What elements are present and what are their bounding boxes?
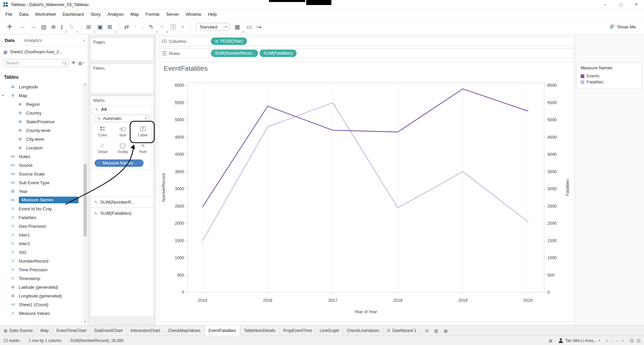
columns-shelf[interactable]: Columns ⊞ YEAR(Year) xyxy=(159,36,574,46)
menu-worksheet[interactable]: Worksheet xyxy=(32,9,59,19)
sheet-tab-map[interactable]: Map xyxy=(37,326,53,336)
measure-names-pill[interactable]: ∷ Measure Names xyxy=(95,159,144,167)
new-worksheet-icon[interactable]: ⊞ xyxy=(84,22,93,32)
new-dashboard-icon[interactable]: ▦ xyxy=(434,328,438,333)
mark-type-dropdown[interactable]: ∿ Automatic ▾ xyxy=(95,115,149,122)
field-sheet1-count[interactable]: =#Sheet1 (Count) xyxy=(0,300,83,309)
field-event-id-no-cnty[interactable]: #Event Id No Cnty xyxy=(0,204,83,213)
pill-sum-fatalities[interactable]: SUM(Fatalities) xyxy=(260,50,297,57)
field-sub-event-type[interactable]: AbcSub Event Type xyxy=(0,178,83,187)
presentation-mode-icon[interactable]: ▭ xyxy=(244,22,254,32)
field-geo-precision[interactable]: #Geo Precision xyxy=(0,222,83,230)
filters-shelf[interactable]: Filters xyxy=(90,64,154,94)
new-worksheet-icon[interactable]: ⊞ xyxy=(425,328,429,333)
label-button[interactable]: T Label xyxy=(133,124,153,140)
field-timestamp[interactable]: #Timestamp xyxy=(0,274,83,283)
sort-descending-icon[interactable]: ↓ xyxy=(139,22,147,31)
field-iso[interactable]: #ISO xyxy=(0,248,83,257)
highlight-icon[interactable]: ✎ xyxy=(147,22,156,32)
field-measure-names[interactable]: AbcMeasure Names xyxy=(0,196,83,204)
scroll-down-icon[interactable]: ▾ xyxy=(83,320,88,323)
menu-story[interactable]: Story xyxy=(87,9,104,19)
menu-help[interactable]: Help xyxy=(205,9,220,19)
show-mark-labels-icon[interactable]: T xyxy=(168,23,178,31)
pause-auto-updates-icon[interactable]: ∥ xyxy=(58,23,65,31)
field-source-scale[interactable]: AbcSource Scale xyxy=(0,169,83,178)
pill-sum-numberrecord[interactable]: SUM(NumberRecor.. xyxy=(211,50,258,57)
sheet-tab-linegraph[interactable]: LineGraph xyxy=(316,326,343,336)
sheet-tab-eventtimechart[interactable]: EventTimeChart xyxy=(53,326,91,336)
menu-window[interactable]: Window xyxy=(182,9,204,19)
show-filmstrip-icon[interactable]: ▥ xyxy=(637,338,641,343)
redo-icon[interactable]: → xyxy=(28,22,39,31)
field-numberrecord[interactable]: #NumberRecord xyxy=(0,257,83,265)
field-year[interactable]: ⊞Year xyxy=(0,187,83,196)
tooltip-button[interactable]: Tooltip xyxy=(113,141,132,157)
menu-file[interactable]: File xyxy=(2,9,16,19)
marks-subcard-fatalities[interactable]: ∿ SUM(Fatalities) xyxy=(91,208,153,218)
pill-year-year[interactable]: ⊞ YEAR(Year) xyxy=(211,38,247,45)
sheet-tab-eventfatalities[interactable]: EventFatalities xyxy=(205,326,240,336)
undo-icon[interactable]: ← xyxy=(18,22,28,31)
first-sheet-icon[interactable]: « xyxy=(606,338,608,343)
sheet-tab-subeventchart[interactable]: SubEventChart xyxy=(91,326,127,336)
path-button[interactable]: ∿ Path xyxy=(133,141,153,157)
sheet-tab-checklinevalues[interactable]: CheckLineValues xyxy=(343,326,383,336)
search-box[interactable] xyxy=(3,59,69,67)
menu-dashboard[interactable]: Dashboard xyxy=(59,9,87,19)
share-workbook-icon[interactable]: ↝ xyxy=(254,22,263,32)
field-city-level[interactable]: ⊕City-level xyxy=(0,135,83,143)
filter-fields-icon[interactable] xyxy=(71,62,75,64)
menu-map[interactable]: Map xyxy=(127,9,142,19)
field-inter1[interactable]: #Inter1 xyxy=(0,230,83,239)
scrollbar-thumb[interactable] xyxy=(84,164,87,236)
detail-button[interactable]: ∷ Detail xyxy=(93,141,112,157)
new-datasource-icon[interactable]: ⊕ xyxy=(49,22,58,32)
maximize-button[interactable]: ▢ xyxy=(613,0,629,9)
show-hide-cards-icon[interactable]: ▦ xyxy=(232,22,242,32)
field-longitude[interactable]: ⊕Longitude xyxy=(0,82,83,91)
color-button[interactable]: Color xyxy=(93,124,112,140)
save-icon[interactable]: ▤ xyxy=(39,22,49,32)
color-legend-card[interactable]: Measure Names EventsFatalities xyxy=(576,62,642,89)
menu-server[interactable]: Server xyxy=(163,9,182,19)
menu-analysis[interactable]: Analysis xyxy=(104,9,127,19)
datasource-item[interactable]: ▦ Sheet1 (Southeast-Asia_2... xyxy=(0,47,88,57)
pages-shelf[interactable]: Pages xyxy=(90,38,154,61)
line-chart[interactable]: 0050050010001000150015002000200025002500… xyxy=(159,62,574,322)
field-list-scrollbar[interactable]: ▴ ▾ xyxy=(83,82,88,323)
close-button[interactable]: ✕ xyxy=(629,0,644,9)
field-location[interactable]: ⊕Location xyxy=(0,143,83,152)
collapse-pane-icon[interactable]: » xyxy=(83,38,88,43)
tab-data[interactable]: Data xyxy=(0,35,19,46)
field-country[interactable]: ⊕Country xyxy=(0,109,83,117)
sheet-tab-interactionchart[interactable]: InteractionChart xyxy=(127,326,164,336)
refresh-icon[interactable]: ↻ xyxy=(67,22,76,32)
search-input[interactable] xyxy=(4,61,62,65)
field-measure-values[interactable]: #Measure Values xyxy=(0,309,83,318)
menu-format[interactable]: Format xyxy=(142,9,163,19)
sheet-tab-tablenumdetails[interactable]: TableNumDetails xyxy=(240,326,279,336)
legend-item-events[interactable]: Events xyxy=(581,73,642,79)
field-inter2[interactable]: #Inter2 xyxy=(0,239,83,248)
sheet-tab-propeventtime[interactable]: PropEventTime xyxy=(279,326,316,336)
user-account-menu[interactable]: Tan Wei Li Ama... ▾ xyxy=(558,338,600,343)
field-notes[interactable]: AbcNotes xyxy=(0,152,83,161)
field-longitude-generated[interactable]: ⊕Longitude (generated) xyxy=(0,291,83,300)
fix-axes-icon[interactable]: ✦ xyxy=(178,22,187,32)
chevron-down-icon[interactable]: ▾ xyxy=(115,30,116,34)
field-time-precision[interactable]: #Time Precision xyxy=(0,265,83,274)
field-source[interactable]: AbcSource xyxy=(0,161,83,169)
field-county-level[interactable]: ⊕County-level xyxy=(0,126,83,135)
size-button[interactable]: Size xyxy=(113,124,132,140)
sheet-tab-data-source[interactable]: ▦Data Source xyxy=(0,326,37,336)
new-story-icon[interactable]: ▣ xyxy=(444,328,448,333)
sheet-tab-dashboard-1[interactable]: ⊞Dashboard 1 xyxy=(383,326,421,336)
field-fatalities[interactable]: #Fatalities xyxy=(0,213,83,222)
marks-subcard-numberrecord[interactable]: ∿ SUM(NumberR... xyxy=(91,197,153,207)
chevron-down-icon[interactable]: ▾ xyxy=(167,30,168,34)
next-sheet-icon[interactable]: › xyxy=(616,338,618,343)
field-state-province[interactable]: ⊕State/Province xyxy=(0,117,83,126)
collapse-arrow-icon[interactable]: ▾ xyxy=(2,94,7,97)
scroll-up-icon[interactable]: ▴ xyxy=(83,82,88,86)
